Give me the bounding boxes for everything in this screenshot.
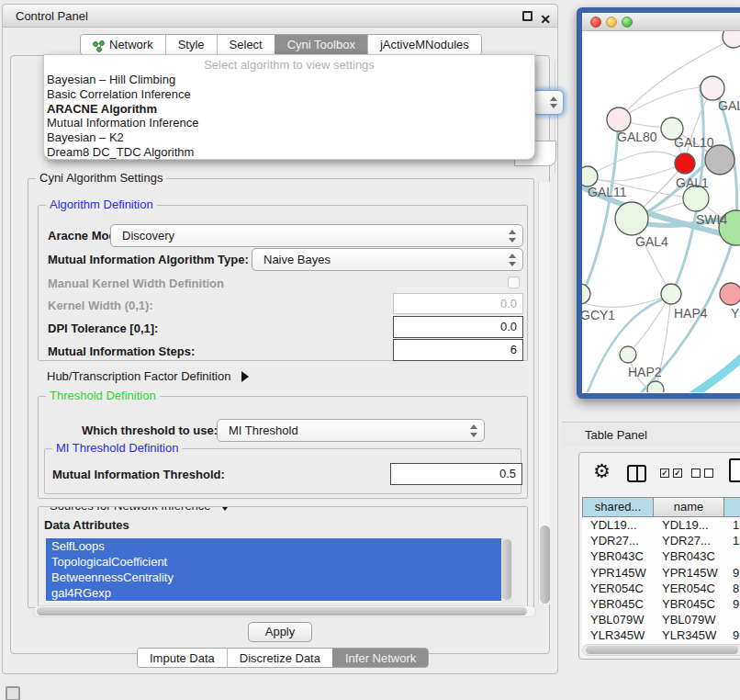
scrollbar-thumb[interactable] [540,525,550,604]
dropdown-item-mutual-information-inference[interactable]: Mutual Information Inference [44,116,534,130]
data-attributes-list[interactable]: SelfLoopsTopologicalCoefficientBetweenne… [46,538,512,603]
scrollbar-thumb[interactable] [37,607,527,615]
stepper-icon [470,424,478,437]
zoom-traffic-light-icon[interactable] [622,17,633,28]
tab-network[interactable]: Network [81,35,165,54]
tab-label: Style [178,35,205,54]
mi-threshold-label: Mutual Information Threshold: [52,468,225,481]
dropdown-item-basic-correlation-inference[interactable]: Basic Correlation Inference [44,87,534,102]
dropdown-item-bayesian-hill-climbing[interactable]: Bayesian – Hill Climbing [44,73,534,87]
select-all-checkbox-icon[interactable]: ✓ [673,469,682,478]
sources-title-text: Sources for Network Inference [50,506,211,513]
network-edge[interactable] [582,119,619,307]
dropdown-item-bayesian-k2[interactable]: Bayesian – K2 [44,130,534,145]
table-row[interactable]: YBR045CYBR045C9. [582,596,740,612]
node-label-gcy1: GCY1 [582,308,615,322]
which-threshold-combobox[interactable]: MI Threshold [217,419,485,442]
settings-vertical-scrollbar[interactable] [538,182,550,604]
select-all-checkbox-icon[interactable]: ✓ [660,469,669,478]
gear-icon[interactable]: ⚙ [593,460,611,482]
float-window-icon[interactable] [522,11,533,21]
stepper-icon [509,230,517,243]
mi-algorithm-type-combobox[interactable]: Naive Bayes [252,248,523,271]
table-mode-icon[interactable] [729,458,740,482]
algorithm-combobox-fragment[interactable] [533,90,564,115]
mi-steps-field[interactable]: 6 [393,339,523,361]
column-header-shared[interactable]: shared... [582,497,654,517]
attribute-item-topologicalcoefficient[interactable]: TopologicalCoefficient [46,554,512,570]
sources-group: Sources for Network Inference Data Attri… [38,506,528,609]
columns-icon[interactable] [627,465,646,482]
tab-label: Discretize Data [240,649,320,668]
network-edge[interactable] [619,87,712,119]
table-cell: YLR345W [582,627,654,643]
attribute-item-gal4rgexp[interactable]: gal4RGexp [46,585,512,601]
tab-label: Network [109,35,153,54]
docked-panel-icon[interactable] [6,686,20,700]
table-cell: YDR27... [654,533,724,548]
table-cell: YPR145W [582,565,654,581]
expander-down-icon [219,506,230,511]
network-node[interactable] [720,283,740,305]
table-row[interactable]: YDL19...YDL19...13 [582,517,740,533]
tab-infer-network[interactable]: Infer Network [332,649,428,667]
tab-select[interactable]: Select [217,35,275,54]
tab-impute-data[interactable]: Impute Data [138,649,227,667]
network-node[interactable] [582,284,590,304]
settings-group-title: Cyni Algorithm Settings [36,172,166,185]
network-node[interactable] [582,166,598,186]
network-view-window[interactable]: GALGAL80GAL10GAL1GAL11SWI4GAL4GCY1HAP4YH… [577,7,740,399]
table-row[interactable]: YDR27...YDR27...12 [582,533,740,548]
kernel-width-field[interactable]: 0.0 [393,293,523,314]
network-node[interactable] [675,153,695,174]
network-edge[interactable] [663,353,740,392]
table-row[interactable]: YLR345WYLR345W9. [582,627,740,643]
dropdown-item-aracne-algorithm[interactable]: ARACNE Algorithm [44,102,534,117]
tab-label: Cyni Toolbox [287,35,355,54]
table-row[interactable]: YER054CYER054C8. [582,581,740,596]
algorithm-definition-title: Algorithm Definition [46,198,157,211]
network-node[interactable] [661,284,681,304]
tab-discretize-data[interactable]: Discretize Data [227,649,332,667]
network-canvas[interactable]: GALGAL80GAL10GAL1GAL11SWI4GAL4GCY1HAP4YH… [582,31,740,392]
sources-group-title[interactable]: Sources for Network Inference [46,506,234,513]
column-header-a[interactable]: A [724,497,740,517]
dropdown-item-dream8-dc-tdc-algorithm[interactable]: Dream8 DC_TDC Algorithm [44,145,534,160]
close-traffic-light-icon[interactable] [590,17,601,28]
network-node[interactable] [701,76,724,100]
attribute-item-betweennesscentrality[interactable]: BetweennessCentrality [46,570,512,585]
network-node[interactable] [723,31,740,48]
column-header-name[interactable]: name [654,497,724,517]
attribute-item-selfloops[interactable]: SelfLoops [46,538,512,554]
aracne-mode-combobox[interactable]: Discovery [110,224,523,247]
table-row[interactable]: YBL079WYBL079W [582,612,740,627]
close-icon[interactable]: ✕ [540,8,551,31]
deselect-checkbox-icon[interactable] [704,469,713,478]
table-horizontal-scrollbar[interactable] [582,644,740,656]
aracne-mode-value: Discovery [122,229,174,243]
network-node[interactable] [607,107,631,131]
network-node[interactable] [620,346,636,363]
apply-button[interactable]: Apply [248,622,312,642]
network-node[interactable] [615,202,648,235]
manual-kernel-width-checkbox[interactable] [508,277,520,288]
hub-definition-label: Hub/Transcription Factor Definition [47,369,230,383]
minimize-traffic-light-icon[interactable] [606,17,617,28]
settings-horizontal-scrollbar[interactable] [33,605,536,617]
network-edge[interactable] [588,152,685,176]
tab-style[interactable]: Style [165,35,217,54]
network-edge[interactable] [588,164,685,181]
node-label-gal10: GAL10 [674,135,714,150]
scrollbar-thumb[interactable] [586,646,738,654]
hub-definition-expander[interactable]: Hub/Transcription Factor Definition [47,369,249,383]
table-row[interactable]: YBR043CYBR043C [582,548,740,564]
attributes-scrollbar[interactable] [501,538,512,603]
table-cell: 12 [724,533,740,548]
deselect-checkbox-icon[interactable] [691,469,701,478]
dpi-tolerance-field[interactable]: 0.0 [393,316,523,338]
table-row[interactable]: YPR145WYPR145W9. [582,565,740,581]
mi-threshold-field[interactable]: 0.5 [390,463,522,485]
tab-cyni-toolbox[interactable]: Cyni Toolbox [275,35,367,54]
network-node[interactable] [647,381,664,392]
tab-jactivemnodules[interactable]: jActiveMNodules [367,35,481,54]
